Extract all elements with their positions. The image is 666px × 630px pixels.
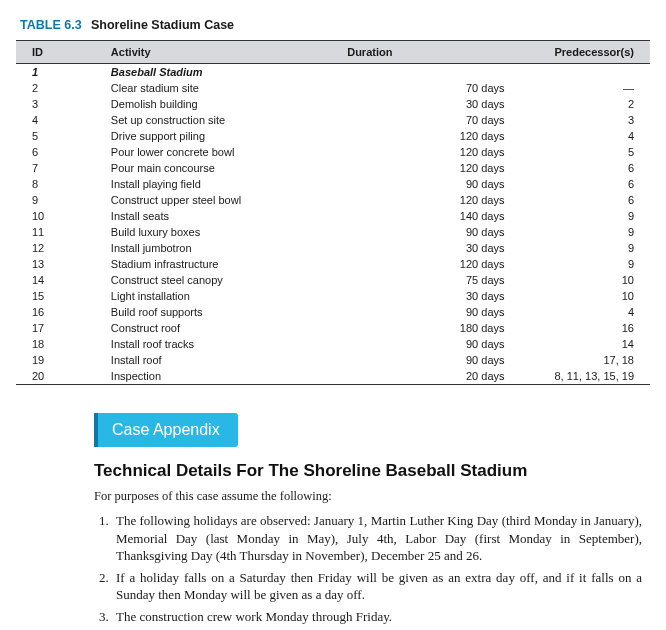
table-row: 2Clear stadium site70 days— xyxy=(16,80,650,96)
table-header-row: ID Activity Duration Predecessor(s) xyxy=(16,41,650,64)
cell-activity: Install playing field xyxy=(101,176,337,192)
cell-id: 10 xyxy=(16,208,101,224)
col-predecessor: Predecessor(s) xyxy=(545,41,651,64)
cell-activity: Drive support piling xyxy=(101,128,337,144)
table-row: 9Construct upper steel bowl120 days6 xyxy=(16,192,650,208)
table-row: 19Install roof90 days17, 18 xyxy=(16,352,650,368)
cell-activity: Inspection xyxy=(101,368,337,385)
cell-activity: Build roof supports xyxy=(101,304,337,320)
table-row: 1Baseball Stadium xyxy=(16,64,650,81)
cell-activity: Install jumbotron xyxy=(101,240,337,256)
cell-id: 5 xyxy=(16,128,101,144)
cell-id: 12 xyxy=(16,240,101,256)
table-row: 13Stadium infrastructure120 days9 xyxy=(16,256,650,272)
cell-id: 4 xyxy=(16,112,101,128)
cell-id: 11 xyxy=(16,224,101,240)
table-row: 17Construct roof180 days16 xyxy=(16,320,650,336)
cell-activity: Light installation xyxy=(101,288,337,304)
cell-activity: Demolish building xyxy=(101,96,337,112)
cell-predecessors: 9 xyxy=(545,240,651,256)
table-row: 15Light installation30 days10 xyxy=(16,288,650,304)
cell-id: 9 xyxy=(16,192,101,208)
cell-duration: 90 days xyxy=(337,304,544,320)
cell-id: 20 xyxy=(16,368,101,385)
cell-predecessors: 8, 11, 13, 15, 19 xyxy=(545,368,651,385)
cell-duration: 120 days xyxy=(337,160,544,176)
cell-predecessors: — xyxy=(545,80,651,96)
appendix-heading: Technical Details For The Shoreline Base… xyxy=(94,461,650,481)
cell-duration: 70 days xyxy=(337,80,544,96)
cell-id: 18 xyxy=(16,336,101,352)
cell-activity: Clear stadium site xyxy=(101,80,337,96)
cell-predecessors: 2 xyxy=(545,96,651,112)
cell-id: 19 xyxy=(16,352,101,368)
cell-duration: 30 days xyxy=(337,288,544,304)
cell-duration xyxy=(337,64,544,81)
cell-activity: Install seats xyxy=(101,208,337,224)
cell-activity: Stadium infrastructure xyxy=(101,256,337,272)
table-row: 12Install jumbotron30 days9 xyxy=(16,240,650,256)
cell-id: 14 xyxy=(16,272,101,288)
cell-predecessors: 4 xyxy=(545,304,651,320)
cell-predecessors: 9 xyxy=(545,208,651,224)
cell-id: 16 xyxy=(16,304,101,320)
list-item: The following holidays are observed: Jan… xyxy=(112,512,642,565)
cell-duration: 90 days xyxy=(337,336,544,352)
cell-duration: 75 days xyxy=(337,272,544,288)
cell-predecessors: 10 xyxy=(545,272,651,288)
cell-activity: Construct roof xyxy=(101,320,337,336)
table-row: 10Install seats140 days9 xyxy=(16,208,650,224)
table-row: 8Install playing field90 days6 xyxy=(16,176,650,192)
cell-duration: 90 days xyxy=(337,224,544,240)
table-row: 11Build luxury boxes90 days9 xyxy=(16,224,650,240)
cell-predecessors: 6 xyxy=(545,192,651,208)
cell-id: 8 xyxy=(16,176,101,192)
cell-predecessors: 10 xyxy=(545,288,651,304)
cell-id: 3 xyxy=(16,96,101,112)
table-row: 6Pour lower concrete bowl120 days5 xyxy=(16,144,650,160)
list-item: The construction crew work Monday throug… xyxy=(112,608,642,626)
cell-predecessors: 16 xyxy=(545,320,651,336)
cell-activity: Install roof xyxy=(101,352,337,368)
table-label: TABLE 6.3 xyxy=(20,18,82,32)
table-row: 5Drive support piling120 days4 xyxy=(16,128,650,144)
cell-id: 17 xyxy=(16,320,101,336)
cell-activity: Build luxury boxes xyxy=(101,224,337,240)
table-row: 4Set up construction site70 days3 xyxy=(16,112,650,128)
cell-id: 2 xyxy=(16,80,101,96)
cell-predecessors: 14 xyxy=(545,336,651,352)
table-row: 18Install roof tracks90 days14 xyxy=(16,336,650,352)
cell-predecessors: 3 xyxy=(545,112,651,128)
cell-duration: 30 days xyxy=(337,96,544,112)
cell-predecessors: 5 xyxy=(545,144,651,160)
cell-duration: 120 days xyxy=(337,192,544,208)
cell-duration: 20 days xyxy=(337,368,544,385)
cell-duration: 30 days xyxy=(337,240,544,256)
appendix-section: Case Appendix Technical Details For The … xyxy=(94,413,650,625)
appendix-tab: Case Appendix xyxy=(94,413,238,447)
col-duration: Duration xyxy=(337,41,544,64)
cell-predecessors: 9 xyxy=(545,256,651,272)
table-title: TABLE 6.3 Shoreline Stadium Case xyxy=(20,18,650,32)
appendix-list: The following holidays are observed: Jan… xyxy=(94,512,650,625)
cell-activity: Pour lower concrete bowl xyxy=(101,144,337,160)
cell-activity: Construct steel canopy xyxy=(101,272,337,288)
cell-id: 1 xyxy=(16,64,101,81)
cell-activity: Pour main concourse xyxy=(101,160,337,176)
cell-activity: Set up construction site xyxy=(101,112,337,128)
list-item: If a holiday falls on a Saturday then Fr… xyxy=(112,569,642,604)
cell-predecessors: 6 xyxy=(545,160,651,176)
table-caption: Shoreline Stadium Case xyxy=(91,18,234,32)
cell-duration: 180 days xyxy=(337,320,544,336)
cell-duration: 120 days xyxy=(337,256,544,272)
table-row: 14Construct steel canopy75 days10 xyxy=(16,272,650,288)
cell-duration: 120 days xyxy=(337,128,544,144)
cell-duration: 70 days xyxy=(337,112,544,128)
cell-activity: Baseball Stadium xyxy=(101,64,337,81)
cell-predecessors: 17, 18 xyxy=(545,352,651,368)
table-row: 16Build roof supports90 days4 xyxy=(16,304,650,320)
cell-id: 13 xyxy=(16,256,101,272)
table-row: 7Pour main concourse120 days6 xyxy=(16,160,650,176)
cell-activity: Construct upper steel bowl xyxy=(101,192,337,208)
cell-predecessors: 6 xyxy=(545,176,651,192)
